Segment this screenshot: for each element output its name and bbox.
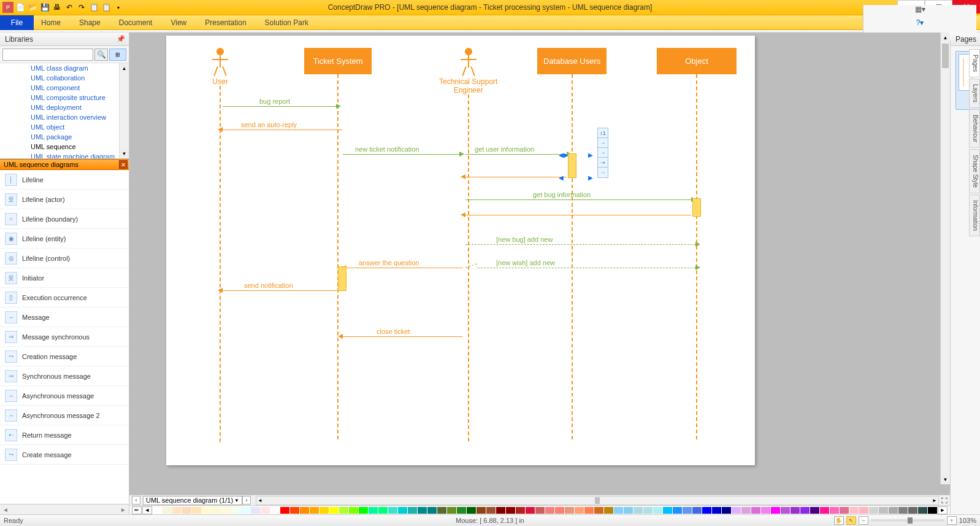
color-swatch[interactable] [663,507,672,514]
color-swatch[interactable] [310,507,319,514]
help-icon[interactable]: ?▾ [916,18,924,27]
shape-library-header[interactable]: UML sequence diagrams ✕ [0,159,129,170]
color-swatch[interactable] [427,507,437,514]
shape-item[interactable]: ⇒Message synchronous [0,327,129,347]
color-swatch[interactable] [634,507,643,514]
tree-item[interactable]: UML collaboration [0,73,129,83]
color-swatch[interactable] [810,507,819,514]
color-swatch[interactable] [692,507,702,514]
color-swatch[interactable] [614,507,623,514]
color-swatch[interactable] [418,507,427,514]
scroll-down-icon[interactable]: ▼ [941,474,950,484]
color-swatch[interactable] [349,507,358,514]
color-swatch[interactable] [437,507,446,514]
fit-icon[interactable]: ⛶ [941,497,947,504]
tab-document[interactable]: Document [119,18,153,27]
color-swatch[interactable] [172,507,182,514]
canvas[interactable]: User Ticket System Technical [166,36,755,465]
shape-item[interactable]: →Asynchronous message 2 [0,406,129,425]
color-swatch[interactable] [221,507,231,514]
color-swatch[interactable] [153,507,162,514]
handle-icon[interactable]: ▶ [588,174,593,181]
color-swatch[interactable] [496,507,505,514]
color-swatch[interactable] [359,507,368,514]
tree-item[interactable]: UML class diagram [0,63,129,73]
shape-item[interactable]: ⤳Create message [0,445,129,465]
shape-item[interactable]: │Lifeline [0,170,129,190]
pin-icon[interactable]: 📌 [117,35,125,43]
tree-item[interactable]: UML deployment [0,102,129,112]
tool-icon[interactable]: → [598,138,608,148]
shape-item[interactable]: →Asynchronous message [0,386,129,406]
tab-shape[interactable]: Shape [79,18,101,27]
vtab-shape-style[interactable]: Shape Style [969,149,980,193]
color-swatch[interactable] [565,507,574,514]
shape-item[interactable]: 웃Initiator [0,268,129,288]
lifeline-database-users[interactable]: Database Users [537,48,607,439]
color-swatch[interactable] [486,507,496,514]
color-swatch[interactable] [447,507,456,514]
tab-presentation[interactable]: Presentation [205,18,246,27]
color-swatch[interactable] [261,507,270,514]
color-swatch[interactable] [369,507,378,514]
color-swatch[interactable] [231,507,240,514]
color-swatch[interactable] [329,507,339,514]
color-swatch[interactable] [251,507,260,514]
color-swatch[interactable] [604,507,613,514]
color-swatch[interactable] [192,507,201,514]
zoom-out-icon[interactable]: − [859,516,868,525]
color-swatch[interactable] [270,507,280,514]
tree-item[interactable]: UML package [0,132,129,142]
tool-icon[interactable]: ⇢ [598,158,608,168]
hand-tool-icon[interactable]: ✋ [834,516,844,525]
exec-occurrence-obj[interactable] [692,198,701,217]
zoom-slider[interactable] [871,519,944,522]
color-swatch[interactable] [898,507,908,514]
color-swatch[interactable] [683,507,692,514]
color-swatch[interactable] [889,507,898,514]
tab-dropdown-icon[interactable]: ▼ [234,498,239,503]
tree-item[interactable]: UML state machine diagram [0,152,129,159]
shape-toolbar[interactable]: ↕1 → → ⇢ → [597,128,608,178]
scroll-down-icon[interactable]: ▼ [120,149,129,158]
color-swatch[interactable] [751,507,760,514]
color-swatch[interactable] [928,507,937,514]
color-swatch[interactable] [545,507,554,514]
color-swatch[interactable] [388,507,397,514]
vtab-behaviour[interactable]: Behaviour [969,109,980,148]
color-swatch[interactable] [643,507,653,514]
color-swatch[interactable] [594,507,603,514]
color-swatch[interactable] [722,507,731,514]
color-swatch[interactable] [378,507,388,514]
expand-icon[interactable]: ⊞ [109,48,126,61]
handle-icon[interactable]: ◀ [559,174,564,181]
color-swatch[interactable] [241,507,250,514]
ribbon-mode-icon[interactable]: ▦▾ [915,5,925,14]
color-swatch[interactable] [781,507,790,514]
color-swatch[interactable] [771,507,780,514]
scroll-thumb[interactable] [942,44,949,68]
shape-item[interactable]: ◎Lifeline (control) [0,249,129,268]
color-swatch[interactable] [575,507,584,514]
color-swatch[interactable] [320,507,329,514]
tree-item[interactable]: UML interaction overview [0,112,129,122]
lifeline-user[interactable]: User [212,48,228,442]
search-icon[interactable]: 🔍 [94,48,108,61]
color-swatch[interactable] [163,507,172,514]
vtab-information[interactable]: Information [969,195,980,236]
tool-icon[interactable]: → [598,168,608,177]
color-swatch[interactable] [908,507,917,514]
color-swatch[interactable] [712,507,721,514]
color-swatch[interactable] [555,507,564,514]
color-swatch[interactable] [820,507,829,514]
color-swatch[interactable] [477,507,486,514]
shape-item[interactable]: ▯Execution occurrence [0,288,129,307]
color-swatch[interactable] [182,507,191,514]
color-swatch[interactable] [457,507,466,514]
tool-icon[interactable]: → [598,148,608,158]
zoom-in-icon[interactable]: + [947,516,957,525]
tab-solution-park[interactable]: Solution Park [265,18,308,27]
color-swatch[interactable] [800,507,810,514]
vtab-pages[interactable]: Pages [969,49,980,77]
tree-item[interactable]: UML object [0,122,129,132]
